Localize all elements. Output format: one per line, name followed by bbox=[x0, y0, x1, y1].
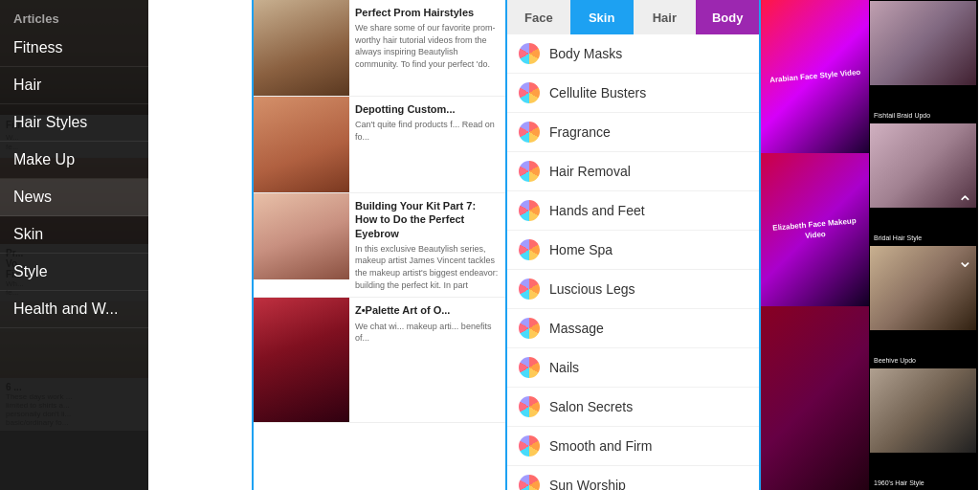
cat-flower-icon-4 bbox=[519, 161, 540, 182]
panel-videos: Arabian Face Style Video Elizabeth Face … bbox=[761, 0, 978, 490]
cat-flower-icon-2 bbox=[519, 82, 540, 103]
article-content-2: Depotting Custom... Can't quite find pro… bbox=[349, 97, 505, 192]
menu-item-skin[interactable]: Skin bbox=[0, 216, 148, 254]
video-card-1[interactable]: Fishtail Braid Updo bbox=[869, 0, 977, 122]
article-content-1: Perfect Prom Hairstyles We share some of… bbox=[349, 0, 505, 96]
article-title-depot: Depotting Custom... bbox=[355, 102, 500, 116]
sidebar-menu: Articles Fitness Hair Hair Styles Make U… bbox=[0, 0, 148, 490]
menu-item-makeup[interactable]: Make Up bbox=[0, 142, 148, 179]
banner-elizabeth-text: Elizabeth Face Makeup Video bbox=[761, 211, 869, 249]
cat-flower-icon-8 bbox=[519, 318, 540, 339]
article-thumb-3 bbox=[254, 193, 349, 297]
menu-header: Articles bbox=[0, 8, 148, 30]
cat-body-masks[interactable]: Body Masks bbox=[507, 34, 759, 74]
cat-label-salon-secrets: Salon Secrets bbox=[549, 399, 633, 414]
cat-cellulite[interactable]: Cellulite Busters bbox=[507, 74, 759, 113]
cat-label-nails: Nails bbox=[549, 360, 579, 375]
cat-label-massage: Massage bbox=[549, 321, 604, 336]
video-thumb-4 bbox=[870, 368, 976, 453]
cat-label-luscious-legs: Luscious Legs bbox=[549, 281, 635, 297]
tab-bar: Face Skin Hair Body bbox=[507, 0, 759, 34]
cat-flower-icon-6 bbox=[519, 239, 540, 260]
cat-fragrance[interactable]: Fragrance bbox=[507, 113, 759, 152]
scroll-up-button[interactable]: ⌃ bbox=[957, 191, 973, 214]
article-content-4: Z•Palette Art of O... We chat wi... make… bbox=[349, 298, 505, 422]
video-card-2[interactable]: Bridal Hair Style bbox=[869, 122, 977, 245]
cat-flower-icon-3 bbox=[519, 122, 540, 143]
article-thumb-1 bbox=[254, 0, 349, 96]
cat-hair-removal[interactable]: Hair Removal bbox=[507, 152, 759, 191]
tab-skin[interactable]: Skin bbox=[570, 0, 634, 34]
menu-item-hairstyles[interactable]: Hair Styles bbox=[0, 104, 148, 142]
video-title-1: Fishtail Braid Updo bbox=[870, 110, 976, 122]
article-thumb-4 bbox=[254, 298, 349, 422]
article-row-1: Perfect Prom Hairstyles We share some of… bbox=[254, 0, 505, 97]
article-desc-prom: We share some of our favorite prom-worth… bbox=[355, 22, 500, 70]
tab-body[interactable]: Body bbox=[696, 0, 759, 34]
video-title-3: Beehive Updo bbox=[870, 355, 976, 367]
article-row-3: Building Your Kit Part 7: How to Do the … bbox=[254, 193, 505, 298]
cat-label-body-masks: Body Masks bbox=[549, 46, 622, 61]
cat-home-spa[interactable]: Home Spa bbox=[507, 231, 759, 270]
category-list: Body Masks Cellulite Busters Fragrance H… bbox=[507, 34, 759, 490]
video-thumb-1 bbox=[870, 1, 976, 85]
article-title-zpalette: Z•Palette Art of O... bbox=[355, 303, 500, 317]
article-desc-kit: In this exclusive Beautylish series, mak… bbox=[355, 243, 500, 291]
cat-label-home-spa: Home Spa bbox=[549, 242, 612, 257]
menu-item-style[interactable]: Style bbox=[0, 254, 148, 291]
cat-hands-feet[interactable]: Hands and Feet bbox=[507, 191, 759, 231]
cat-flower-icon-1 bbox=[519, 43, 540, 64]
cat-flower-icon-11 bbox=[519, 435, 540, 457]
cat-flower-icon-12 bbox=[519, 475, 540, 490]
article-content-3: Building Your Kit Part 7: How to Do the … bbox=[349, 193, 505, 297]
cat-label-fragrance: Fragrance bbox=[549, 124, 611, 140]
cat-massage[interactable]: Massage bbox=[507, 309, 759, 348]
video-title-4: 1960's Hair Style bbox=[870, 478, 976, 489]
article-title-kit: Building Your Kit Part 7: How to Do the … bbox=[355, 199, 500, 240]
cat-label-sun-worship: Sun Worship bbox=[549, 478, 626, 490]
panel-articles-menu: Fitness W...fe... Pr...Vo...Fi... Wh...f… bbox=[0, 0, 254, 490]
article-row-2: Depotting Custom... Can't quite find pro… bbox=[254, 97, 505, 193]
banner-elizabeth[interactable]: Elizabeth Face Makeup Video bbox=[761, 153, 869, 306]
cat-nails[interactable]: Nails bbox=[507, 348, 759, 388]
cat-smooth-firm[interactable]: Smooth and Firm bbox=[507, 427, 759, 466]
cat-flower-icon-5 bbox=[519, 200, 540, 221]
banner-arabian[interactable]: Arabian Face Style Video bbox=[761, 0, 869, 153]
menu-item-health[interactable]: Health and W... bbox=[0, 291, 148, 328]
cat-salon-secrets[interactable]: Salon Secrets bbox=[507, 388, 759, 427]
cat-label-hands-feet: Hands and Feet bbox=[549, 203, 645, 218]
article-row-4: Z•Palette Art of O... We chat wi... make… bbox=[254, 298, 505, 423]
video-grid-container: Arabian Face Style Video Elizabeth Face … bbox=[761, 0, 978, 490]
video-card-4[interactable]: 1960's Hair Style bbox=[869, 368, 977, 490]
video-col-left: Arabian Face Style Video Elizabeth Face … bbox=[761, 0, 869, 490]
cat-label-cellulite: Cellulite Busters bbox=[549, 85, 646, 100]
panel-articles: Perfect Prom Hairstyles We share some of… bbox=[254, 0, 507, 490]
cat-flower-icon-7 bbox=[519, 278, 540, 300]
scroll-down-button[interactable]: ⌄ bbox=[957, 249, 973, 272]
video-title-2: Bridal Hair Style bbox=[870, 233, 976, 244]
tab-hair[interactable]: Hair bbox=[634, 0, 697, 34]
cat-label-smooth-firm: Smooth and Firm bbox=[549, 438, 652, 454]
cat-label-hair-removal: Hair Removal bbox=[549, 164, 631, 179]
cat-sun-worship[interactable]: Sun Worship bbox=[507, 466, 759, 490]
cat-luscious-legs[interactable]: Luscious Legs bbox=[507, 270, 759, 309]
article-thumb-2 bbox=[254, 97, 349, 192]
cat-flower-icon-10 bbox=[519, 396, 540, 417]
banner-arabian-text: Arabian Face Style Video bbox=[765, 63, 865, 90]
article-desc-depot: Can't quite find products f... Read on f… bbox=[355, 119, 500, 143]
tab-face[interactable]: Face bbox=[507, 0, 570, 34]
menu-item-fitness[interactable]: Fitness bbox=[0, 30, 148, 67]
banner-extra bbox=[761, 306, 869, 490]
banner-extra-text bbox=[761, 482, 768, 490]
article-title-prom: Perfect Prom Hairstyles bbox=[355, 6, 500, 19]
panel-categories: Face Skin Hair Body Body Masks Cellulite… bbox=[507, 0, 761, 490]
article-desc-zpalette: We chat wi... makeup arti... benefits of… bbox=[355, 321, 500, 345]
video-col-right: ⌃ ⌄ Fishtail Braid Updo Bridal Hair Styl… bbox=[869, 0, 977, 490]
menu-item-news[interactable]: News bbox=[0, 179, 148, 216]
cat-flower-icon-9 bbox=[519, 357, 540, 378]
menu-item-hair[interactable]: Hair bbox=[0, 67, 148, 104]
